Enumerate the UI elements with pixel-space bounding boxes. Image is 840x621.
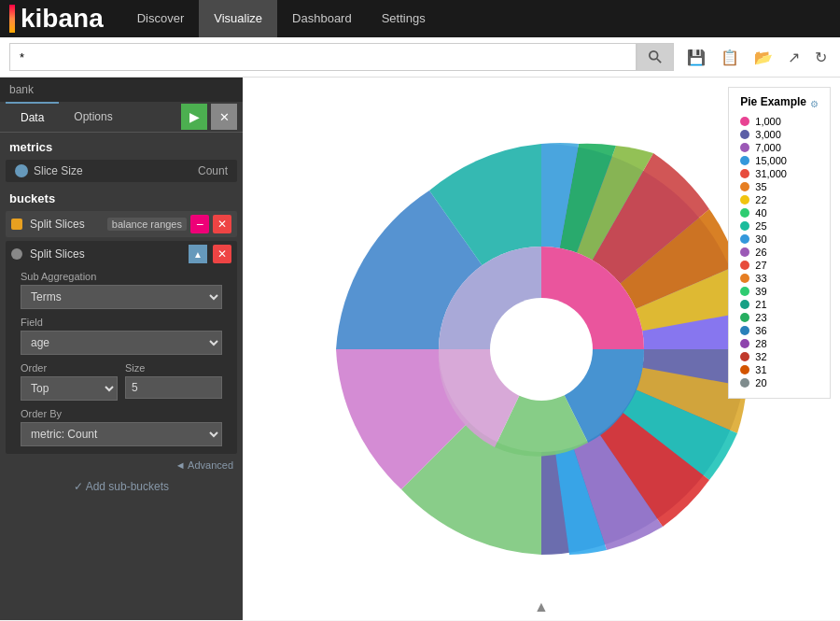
tab-options[interactable]: Options (59, 103, 127, 131)
legend-label: 23 (755, 312, 766, 323)
content-area: Pie Example ⚙ 1,000 3,000 7,000 15,000 3… (243, 78, 840, 620)
sub-aggregation-select[interactable]: Terms (21, 285, 222, 309)
legend-dot (740, 339, 749, 348)
legend-dot (740, 313, 749, 322)
top-nav: kibana Discover Visualize Dashboard Sett… (0, 0, 840, 37)
legend-filter-icon[interactable]: ⚙ (810, 99, 819, 109)
legend-item[interactable]: 1,000 (740, 116, 819, 127)
legend-item[interactable]: 36 (740, 325, 819, 336)
legend-dot (740, 130, 749, 139)
bottom-arrow[interactable]: ▲ (534, 599, 549, 615)
order-select[interactable]: Top (21, 376, 118, 401)
legend-dot (740, 156, 749, 165)
legend-label: 22 (755, 194, 766, 205)
nav-visualize[interactable]: Visualize (199, 0, 277, 37)
legend-label: 25 (755, 220, 766, 232)
pie-chart (308, 116, 775, 583)
legend-label: 30 (755, 233, 766, 245)
bucket-icon-2 (11, 248, 22, 260)
legend-label: 33 (755, 273, 766, 284)
legend-item[interactable]: 3,000 (740, 129, 819, 140)
legend-item[interactable]: 40 (740, 207, 819, 219)
legend-item[interactable]: 39 (740, 286, 819, 297)
legend-label: 27 (755, 260, 766, 271)
slice-size-label: Slice Size (34, 164, 198, 177)
legend-dot (740, 143, 749, 152)
legend-item[interactable]: 26 (740, 247, 819, 258)
nav-discover[interactable]: Discover (122, 0, 200, 37)
close-sidebar-button[interactable]: ✕ (211, 104, 237, 130)
legend-dot (740, 117, 749, 126)
size-label: Size (125, 362, 222, 374)
legend-dot (740, 195, 749, 205)
legend-dot (740, 378, 749, 388)
bucket-remove-button-2[interactable]: ✕ (213, 245, 231, 263)
share-icon[interactable]: 📂 (750, 45, 777, 70)
legend-dot (740, 300, 749, 309)
legend: Pie Example ⚙ 1,000 3,000 7,000 15,000 3… (728, 87, 831, 399)
slice-size-row: Slice Size Count (6, 160, 237, 182)
legend-dot (740, 247, 749, 257)
logo-text: kibana (21, 4, 104, 34)
legend-title: Pie Example (740, 95, 806, 108)
nav-settings[interactable]: Settings (367, 0, 441, 37)
field-select[interactable]: age (21, 331, 222, 355)
tab-data[interactable]: Data (6, 102, 59, 132)
legend-dot (740, 326, 749, 335)
search-button[interactable] (637, 43, 674, 71)
nav-dashboard[interactable]: Dashboard (277, 0, 367, 37)
legend-dot (740, 182, 749, 191)
legend-item[interactable]: 27 (740, 260, 819, 271)
logo: kibana (9, 4, 104, 34)
legend-item[interactable]: 20 (740, 377, 819, 388)
legend-item[interactable]: 28 (740, 338, 819, 349)
legend-item[interactable]: 33 (740, 273, 819, 284)
legend-dot (740, 287, 749, 296)
legend-label: 40 (755, 207, 766, 219)
legend-label: 21 (755, 299, 766, 310)
legend-label: 35 (755, 181, 766, 192)
legend-item[interactable]: 31,000 (740, 168, 819, 179)
search-input[interactable] (9, 43, 637, 71)
size-input[interactable] (125, 376, 222, 399)
split-slices-expanded: Split Slices ▲ ✕ Sub Aggregation Terms F… (6, 241, 237, 454)
sub-aggregation-label: Sub Aggregation (21, 271, 222, 282)
run-button[interactable]: ▶ (181, 104, 207, 130)
legend-item[interactable]: 15,000 (740, 155, 819, 166)
order-by-label: Order By (21, 408, 222, 419)
bucket-up-button[interactable]: ▲ (189, 245, 207, 263)
add-sub-buckets-link[interactable]: ✓ Add sub-buckets (0, 474, 243, 499)
legend-item[interactable]: 7,000 (740, 142, 819, 153)
legend-label: 26 (755, 247, 766, 258)
sidebar: bank Data Options ▶ ✕ metrics Slice Size… (0, 78, 243, 620)
slice-size-value: Count (198, 164, 228, 177)
advanced-link[interactable]: ◄ Advanced (0, 456, 243, 474)
legend-label: 15,000 (755, 155, 787, 166)
bucket-minus-button-1[interactable]: − (190, 215, 209, 233)
load-icon[interactable]: 📋 (717, 45, 743, 70)
bucket-remove-button-1[interactable]: ✕ (213, 215, 231, 233)
legend-item[interactable]: 35 (740, 181, 819, 192)
legend-label: 3,000 (755, 129, 781, 140)
split-slices-badge-1: balance ranges (107, 218, 187, 231)
legend-item[interactable]: 30 (740, 233, 819, 245)
legend-item[interactable]: 25 (740, 220, 819, 232)
legend-item[interactable]: 31 (740, 364, 819, 375)
order-by-group: Order By metric: Count (11, 404, 231, 450)
legend-dot (740, 208, 749, 218)
legend-label: 28 (755, 338, 766, 349)
save-icon[interactable]: 💾 (683, 45, 709, 70)
legend-item[interactable]: 22 (740, 194, 819, 205)
legend-label: 20 (755, 377, 766, 388)
legend-item[interactable]: 32 (740, 351, 819, 362)
order-col: Order Top (21, 362, 118, 401)
nav-menu: Discover Visualize Dashboard Settings (122, 0, 441, 37)
legend-item[interactable]: 21 (740, 299, 819, 310)
legend-item[interactable]: 23 (740, 312, 819, 323)
embed-icon[interactable]: ↗ (784, 45, 804, 70)
legend-label: 36 (755, 325, 766, 336)
legend-dot (740, 274, 749, 283)
refresh-icon[interactable]: ↻ (811, 45, 831, 70)
order-by-select[interactable]: metric: Count (21, 422, 222, 446)
bucket-color-1 (11, 219, 22, 230)
